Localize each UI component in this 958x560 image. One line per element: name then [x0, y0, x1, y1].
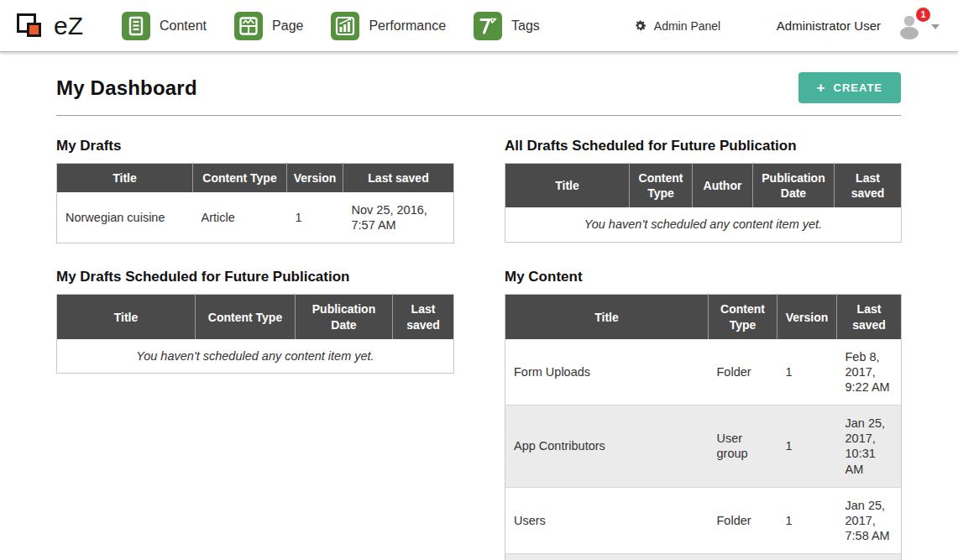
admin-panel-button[interactable]: Admin Panel — [633, 18, 720, 33]
column-header: Version — [287, 164, 343, 193]
notification-badge[interactable]: 1 — [916, 8, 930, 22]
column-header: Title — [57, 164, 193, 193]
cell: App Contributors — [505, 406, 709, 488]
nav-label-performance: Performance — [369, 18, 446, 34]
performance-icon — [331, 12, 359, 40]
column-header: Version — [777, 295, 837, 339]
column-header: Author — [693, 164, 753, 208]
section-title: My Drafts Scheduled for Future Publicati… — [56, 269, 453, 285]
table-row[interactable]: Norwegian cuisineArticle1Nov 25, 2016, 7… — [57, 192, 454, 243]
cell: 1 — [287, 192, 343, 243]
data-table: TitleContent TypePublication DateLast sa… — [56, 294, 454, 374]
cell: User group — [709, 406, 777, 488]
page-title: My Dashboard — [56, 76, 197, 100]
column-header: Last saved — [393, 295, 454, 339]
content-icon — [122, 12, 150, 40]
section-title: My Content — [505, 269, 901, 285]
section-title: My Drafts — [56, 138, 453, 154]
data-table: TitleContent TypeVersionLast savedForm U… — [505, 294, 902, 560]
column-header: Publication Date — [753, 164, 835, 208]
nav-item-tags[interactable]: Tags — [474, 12, 540, 40]
table-row[interactable]: AppFolder1Jan 25, 2017, 7:55 AM — [505, 554, 902, 560]
cell: Feb 8, 2017, 9:22 AM — [837, 339, 902, 406]
table-header-row: TitleContent TypeVersionLast saved — [57, 164, 454, 193]
ez-logo-text: eZ — [54, 12, 83, 40]
cell: 1 — [777, 339, 837, 406]
cell: Nov 25, 2016, 7:57 AM — [343, 192, 454, 243]
dashboard-grid: My Drafts TitleContent TypeVersionLast s… — [56, 138, 901, 560]
create-button-label: CREATE — [834, 81, 882, 94]
column-header: Publication Date — [296, 295, 393, 339]
user-name: Administrator User — [777, 18, 881, 33]
cell: 1 — [777, 487, 837, 553]
section-my-content: My Content TitleContent TypeVersionLast … — [505, 269, 901, 560]
nav-label-tags: Tags — [511, 18, 540, 34]
cell: Jan 25, 2017, 10:31 AM — [837, 406, 902, 488]
data-table: TitleContent TypeVersionLast savedNorweg… — [56, 163, 454, 243]
column-header: Last saved — [343, 164, 454, 193]
table-row[interactable]: UsersFolder1Jan 25, 2017, 7:58 AM — [505, 487, 902, 553]
cell: Form Uploads — [505, 339, 709, 406]
cell: Jan 25, 2017, 7:55 AM — [837, 554, 902, 560]
nav-item-page[interactable]: Page — [234, 12, 303, 40]
cell: Folder — [709, 339, 777, 406]
nav-item-content[interactable]: Content — [122, 12, 207, 40]
chevron-down-icon[interactable] — [931, 24, 940, 29]
admin-panel-label: Admin Panel — [654, 19, 720, 33]
table-row[interactable]: Form UploadsFolder1Feb 8, 2017, 9:22 AM — [505, 339, 902, 406]
ez-logo-icon — [17, 9, 47, 43]
cell: Folder — [709, 487, 777, 553]
cell: 1 — [777, 554, 837, 560]
section-my-drafts-scheduled: My Drafts Scheduled for Future Publicati… — [56, 269, 453, 374]
gear-icon — [633, 18, 647, 33]
empty-state-message: You haven't scheduled any content item y… — [505, 207, 902, 242]
user-menu: Administrator User 1 — [777, 11, 940, 41]
section-my-drafts: My Drafts TitleContent TypeVersionLast s… — [56, 138, 453, 243]
nav-item-performance[interactable]: Performance — [331, 12, 446, 40]
column-header: Last saved — [835, 164, 902, 208]
ez-logo[interactable]: eZ — [17, 9, 83, 43]
tags-icon — [474, 12, 502, 40]
empty-state-row: You haven't scheduled any content item y… — [505, 207, 902, 242]
page-icon — [234, 12, 263, 40]
top-navigation-bar: eZ Content Page — [0, 0, 958, 52]
cell: App — [505, 554, 709, 560]
column-header: Content Type — [193, 164, 287, 193]
cell: Folder — [709, 554, 777, 560]
column-header: Title — [57, 295, 196, 339]
column-header: Content Type — [709, 295, 777, 339]
data-table: TitleContent TypeAuthorPublication DateL… — [505, 163, 902, 243]
user-avatar[interactable]: 1 — [894, 11, 924, 41]
cell: Article — [193, 192, 287, 243]
cell: 1 — [777, 406, 837, 488]
table-header-row: TitleContent TypeVersionLast saved — [505, 295, 902, 339]
column-header: Content Type — [630, 164, 693, 208]
cell: Norwegian cuisine — [57, 192, 193, 243]
table-header-row: TitleContent TypeAuthorPublication DateL… — [505, 164, 902, 208]
nav-label-page: Page — [272, 18, 303, 34]
column-header: Title — [505, 164, 630, 208]
empty-state-row: You haven't scheduled any content item y… — [57, 339, 454, 374]
plus-icon: + — [817, 82, 826, 93]
title-divider — [56, 115, 901, 116]
table-row[interactable]: App ContributorsUser group1Jan 25, 2017,… — [505, 406, 902, 488]
column-header: Title — [505, 295, 709, 339]
nav-label-content: Content — [160, 18, 207, 34]
create-button[interactable]: + CREATE — [798, 72, 901, 103]
empty-state-message: You haven't scheduled any content item y… — [57, 339, 454, 374]
column-header: Last saved — [837, 295, 902, 339]
cell: Jan 25, 2017, 7:58 AM — [837, 487, 902, 553]
column-header: Content Type — [196, 295, 296, 339]
section-all-drafts-scheduled: All Drafts Scheduled for Future Publicat… — [505, 138, 901, 243]
table-header-row: TitleContent TypePublication DateLast sa… — [57, 295, 454, 339]
section-title: All Drafts Scheduled for Future Publicat… — [505, 138, 901, 154]
main-content: My Dashboard + CREATE My Drafts TitleCon… — [0, 72, 958, 560]
cell: Users — [505, 487, 709, 553]
